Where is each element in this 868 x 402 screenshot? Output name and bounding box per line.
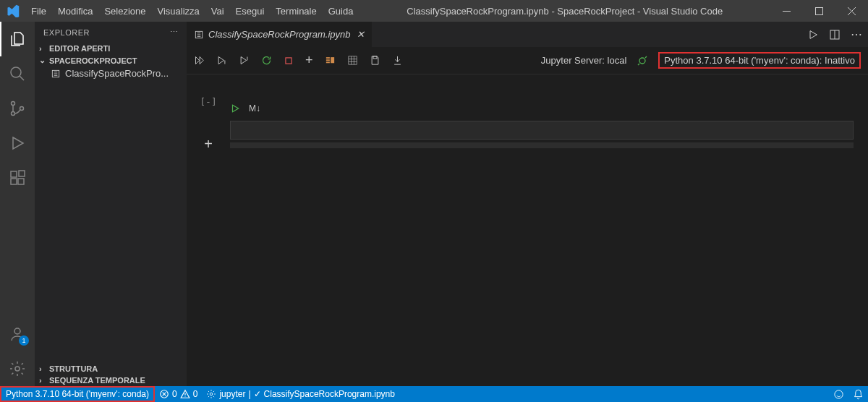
error-count: 0 [172, 389, 177, 399]
menu-terminal[interactable]: Terminale [270, 0, 322, 22]
menu-edit[interactable]: Modifica [52, 0, 98, 22]
add-cell-icon[interactable]: + [305, 53, 313, 68]
file-name: ClassifySpaceRockPro... [65, 68, 169, 79]
svg-rect-9 [19, 171, 25, 176]
file-tree-item[interactable]: ClassifySpaceRockPro... [35, 67, 187, 80]
status-problems[interactable]: 0 0 [155, 386, 202, 402]
explorer-sidebar: EXPLORER ⋯ › EDITOR APERTI ⌄ SPACEROCKPR… [35, 22, 187, 386]
variables-icon[interactable] [325, 55, 336, 66]
status-bar: Python 3.7.10 64-bit ('myenv': conda) 0 … [0, 386, 868, 402]
vscode-logo [0, 4, 25, 17]
titlebar: File Modifica Selezione Visualizza Vai E… [0, 0, 868, 22]
editors-open-label: EDITOR APERTI [49, 44, 110, 53]
run-all-icon[interactable] [194, 55, 205, 66]
status-notifications-icon[interactable] [848, 386, 868, 402]
svg-point-25 [835, 390, 843, 398]
accounts-icon[interactable]: 1 [0, 317, 35, 351]
svg-point-10 [14, 328, 20, 334]
svg-rect-20 [348, 56, 356, 64]
run-icon[interactable] [807, 29, 819, 40]
menu-selection[interactable]: Selezione [98, 0, 151, 22]
run-below-icon[interactable] [239, 55, 250, 66]
status-file-name: ClassifySpaceRockProgram.ipynb [264, 389, 395, 399]
status-jupyter[interactable]: jupyter | ✓ ClassifySpaceRockProgram.ipy… [202, 386, 399, 402]
maximize-button[interactable] [803, 0, 835, 22]
jupyter-server-label[interactable]: Jupyter Server: local [541, 55, 627, 66]
menu-help[interactable]: Guida [323, 0, 359, 22]
export-icon[interactable] [392, 55, 403, 66]
activity-bar: 1 [0, 22, 35, 386]
restart-icon[interactable] [261, 55, 272, 66]
chevron-right-icon: › [39, 364, 49, 373]
chevron-right-icon: › [39, 376, 49, 385]
cell-input[interactable] [230, 121, 854, 140]
status-python-env[interactable]: Python 3.7.10 64-bit ('myenv': conda) [0, 386, 155, 402]
save-icon[interactable] [370, 55, 380, 66]
separator: | [248, 389, 250, 399]
svg-rect-21 [373, 56, 377, 59]
notebook-file-icon [194, 30, 204, 40]
jupyter-label: jupyter [219, 389, 245, 399]
svg-rect-7 [11, 179, 17, 184]
svg-rect-19 [331, 57, 334, 63]
notebook-area: [-] + M↓ [187, 74, 868, 386]
kernel-selector[interactable]: Python 3.7.10 64-bit ('myenv': conda): I… [658, 52, 861, 69]
extensions-icon[interactable] [0, 161, 35, 195]
svg-point-5 [20, 107, 24, 111]
svg-rect-8 [18, 179, 24, 184]
tab-label: ClassifySpaceRockProgram.ipynb [208, 29, 351, 40]
svg-point-11 [15, 367, 20, 371]
add-cell-below-icon[interactable]: + [204, 136, 213, 153]
source-control-icon[interactable] [0, 91, 35, 126]
window-title: ClassifySpaceRockProgram.ipynb - SpaceRo… [359, 6, 770, 17]
menu-view[interactable]: Visualizza [151, 0, 205, 22]
notebook-toolbar: + Jupyter Server: local Python 3.7.10 64… [187, 47, 868, 74]
menu-run[interactable]: Esegui [230, 0, 271, 22]
svg-point-24 [210, 393, 213, 395]
tab-bar: ClassifySpaceRockProgram.ipynb ✕ ⋯ [187, 22, 868, 47]
svg-point-4 [12, 112, 15, 116]
svg-rect-6 [11, 171, 17, 177]
editors-open-section[interactable]: › EDITOR APERTI [35, 43, 187, 54]
svg-rect-18 [326, 61, 329, 63]
project-section[interactable]: ⌄ SPACEROCKPROJECT [35, 54, 187, 67]
timeline-section[interactable]: › SEQUENZA TEMPORALE [35, 375, 187, 386]
more-icon[interactable]: ⋯ [170, 27, 179, 37]
menu-go[interactable]: Vai [205, 0, 230, 22]
svg-rect-0 [783, 11, 791, 12]
svg-point-2 [11, 67, 21, 77]
check-icon: ✓ [254, 389, 261, 399]
chevron-right-icon: › [39, 44, 49, 53]
interrupt-icon[interactable] [284, 56, 294, 66]
close-tab-icon[interactable]: ✕ [357, 29, 365, 40]
structure-section[interactable]: › STRUTTURA [35, 363, 187, 375]
status-feedback-icon[interactable] [829, 386, 848, 402]
data-viewer-icon[interactable] [347, 55, 358, 66]
tab-notebook[interactable]: ClassifySpaceRockProgram.ipynb ✕ [187, 22, 373, 47]
run-cell-icon[interactable] [230, 103, 240, 114]
minimize-button[interactable] [770, 0, 803, 22]
svg-rect-15 [286, 57, 292, 63]
svg-rect-16 [326, 57, 329, 59]
search-icon[interactable] [0, 56, 35, 91]
run-debug-icon[interactable] [0, 126, 35, 161]
svg-point-3 [12, 102, 15, 106]
menu-file[interactable]: File [25, 0, 52, 22]
settings-gear-icon[interactable] [0, 351, 35, 386]
warning-count: 0 [193, 389, 198, 399]
timeline-label: SEQUENZA TEMPORALE [49, 376, 145, 385]
structure-label: STRUTTURA [49, 364, 98, 373]
split-editor-icon[interactable] [829, 29, 841, 40]
notebook-file-icon [51, 69, 61, 79]
close-window-button[interactable] [835, 0, 868, 22]
explorer-icon[interactable] [0, 22, 35, 56]
accounts-badge: 1 [19, 335, 29, 346]
server-status-icon [637, 55, 648, 67]
cell-prompt: [-] [200, 96, 216, 107]
editor-area: ClassifySpaceRockProgram.ipynb ✕ ⋯ + [187, 22, 868, 386]
more-actions-icon[interactable]: ⋯ [851, 27, 862, 41]
cell-separator [230, 142, 854, 148]
run-above-icon[interactable] [216, 55, 227, 66]
markdown-label[interactable]: M↓ [249, 103, 260, 114]
svg-point-22 [639, 58, 645, 64]
